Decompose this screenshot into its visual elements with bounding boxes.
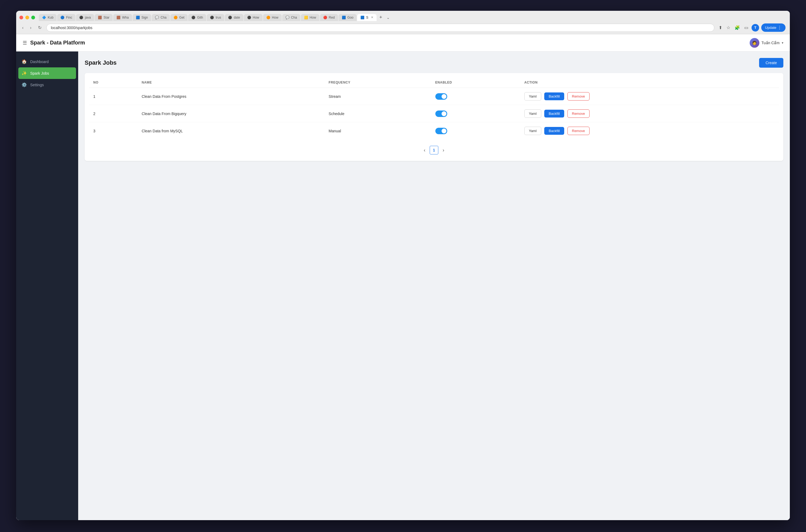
header-left: ☰ Spark - Data Platform xyxy=(23,40,85,46)
tab-overflow-button[interactable]: ⌄ xyxy=(385,14,391,21)
browser-tab-6[interactable]: 🟦 Sign xyxy=(133,14,151,21)
tab-label-14: Cha xyxy=(291,16,297,19)
reload-button[interactable]: ↻ xyxy=(36,24,43,31)
new-tab-button[interactable]: + xyxy=(377,14,385,21)
browser-tab-2[interactable]: 🔵 Finc xyxy=(57,14,75,21)
tab-row: 🔷 Kub 🔵 Finc ⚫ java 🟫 Star 🟫 Wha 🟦 Si xyxy=(16,11,790,21)
table-header-row: No Name FREQUENCY ENABLED Action xyxy=(89,77,779,88)
sidebar-item-spark-jobs[interactable]: ✨ Spark Jobs xyxy=(18,68,76,79)
browser-tab-7[interactable]: 💬 Cha xyxy=(152,14,170,21)
dashboard-icon: 🏠 xyxy=(22,59,27,64)
user-menu[interactable]: 🧑 Tuấn Cẩm ▾ xyxy=(750,38,783,48)
share-icon[interactable]: ⬆ xyxy=(717,24,723,31)
yaml-button-1[interactable]: Yaml xyxy=(524,92,541,100)
tab-icon-3: ⚫ xyxy=(79,16,83,19)
update-label: Update xyxy=(765,25,776,30)
row-3-frequency: Manual xyxy=(324,122,431,139)
tab-label-9: Gith xyxy=(197,16,203,19)
toggle-1[interactable] xyxy=(435,93,447,100)
tab-icon-14: 💬 xyxy=(285,16,289,19)
backfill-button-2[interactable]: Backfill xyxy=(544,110,564,117)
backfill-button-3[interactable]: Backfill xyxy=(544,127,564,135)
row-1-name: Clean Data From Postgres xyxy=(137,88,324,105)
yaml-button-2[interactable]: Yaml xyxy=(524,109,541,118)
tab-label-8: Get xyxy=(179,16,184,19)
toggle-3[interactable] xyxy=(435,128,447,134)
browser-tab-13[interactable]: 🟠 How xyxy=(263,14,282,21)
browser-tab-14[interactable]: 💬 Cha xyxy=(282,14,300,21)
minimize-dot[interactable] xyxy=(25,16,29,19)
remove-button-1[interactable]: Remove xyxy=(567,92,589,100)
page-1-button[interactable]: 1 xyxy=(430,146,438,154)
browser-tab-11[interactable]: ⚫ date xyxy=(225,14,243,21)
toolbar-actions: ⬆ ☆ 🧩 ▭ T Update ⋮ xyxy=(717,23,786,32)
next-page-button[interactable]: › xyxy=(441,146,446,154)
col-name: Name xyxy=(137,77,324,88)
close-dot[interactable] xyxy=(19,16,23,19)
browser-tab-15[interactable]: 🟨 How xyxy=(301,14,319,21)
row-2-no: 2 xyxy=(89,105,137,122)
tab-icon-13: 🟠 xyxy=(266,16,270,19)
browser-tab-5[interactable]: 🟫 Wha xyxy=(113,14,132,21)
row-1-actions: Yaml Backfill Remove xyxy=(520,88,779,105)
prev-page-button[interactable]: ‹ xyxy=(421,146,428,154)
table-row: 2 Clean Data From Bigquery Schedule xyxy=(89,105,779,122)
browser-tab-16[interactable]: 🔴 Red xyxy=(320,14,338,21)
sidebar-toggle-icon[interactable]: ▭ xyxy=(743,24,749,31)
row-1-frequency: Stream xyxy=(324,88,431,105)
maximize-dot[interactable] xyxy=(31,16,35,19)
back-button[interactable]: ‹ xyxy=(20,24,25,31)
toggle-slider-2 xyxy=(435,111,447,117)
browser-tab-9[interactable]: ⚫ Gith xyxy=(188,14,206,21)
browser-tab-1[interactable]: 🔷 Kub xyxy=(39,14,57,21)
browser-tab-12[interactable]: ⚫ How xyxy=(244,14,263,21)
table-row: 3 Clean Data from MySQL Manual xyxy=(89,122,779,139)
tab-label-17: Goo xyxy=(348,16,354,19)
tab-label-4: Star xyxy=(104,16,109,19)
sidebar-label-dashboard: Dashboard xyxy=(30,60,49,64)
backfill-button-1[interactable]: Backfill xyxy=(544,92,564,100)
menu-icon[interactable]: ☰ xyxy=(23,40,27,46)
toggle-slider-3 xyxy=(435,128,447,134)
sidebar-item-dashboard[interactable]: 🏠 Dashboard xyxy=(16,56,78,68)
browser-tab-17[interactable]: 🟦 Goo xyxy=(339,14,357,21)
create-button[interactable]: Create xyxy=(759,58,783,68)
row-1-enabled xyxy=(431,88,520,105)
toggle-2[interactable] xyxy=(435,111,447,117)
yaml-button-3[interactable]: Yaml xyxy=(524,127,541,135)
title-bar: 🔷 Kub 🔵 Finc ⚫ java 🟫 Star 🟫 Wha 🟦 Si xyxy=(16,11,790,34)
browser-tab-10[interactable]: ⚫ trus xyxy=(207,14,224,21)
tab-icon-10: ⚫ xyxy=(210,16,214,19)
browser-tab-8[interactable]: 🟠 Get xyxy=(170,14,188,21)
forward-button[interactable]: › xyxy=(28,24,33,31)
tab-icon-16: 🔴 xyxy=(323,16,327,19)
browser-tab-18[interactable]: 🟦 S ✕ xyxy=(357,14,377,21)
app-title: Spark - Data Platform xyxy=(30,40,85,46)
tab-label-5: Wha xyxy=(122,16,129,19)
remove-button-3[interactable]: Remove xyxy=(567,127,589,135)
update-button[interactable]: Update ⋮ xyxy=(761,23,786,32)
user-chevron-icon: ▾ xyxy=(782,41,783,45)
row-2-enabled xyxy=(431,105,520,122)
browser-tab-4[interactable]: 🟫 Star xyxy=(95,14,113,21)
window-controls xyxy=(19,16,35,19)
profile-avatar[interactable]: T xyxy=(752,24,759,32)
page-header: Spark Jobs Create xyxy=(85,58,783,68)
col-action: Action xyxy=(520,77,779,88)
sidebar-item-settings[interactable]: ⚙️ Settings xyxy=(16,79,78,91)
tab-label-13: How xyxy=(272,16,279,19)
tab-label-18: S xyxy=(366,16,368,19)
tab-close-18[interactable]: ✕ xyxy=(371,16,373,19)
col-no: No xyxy=(89,77,137,88)
bookmark-star-icon[interactable]: ☆ xyxy=(726,24,731,31)
browser-tab-3[interactable]: ⚫ java xyxy=(76,14,94,21)
tab-icon-2: 🔵 xyxy=(60,16,64,19)
remove-button-2[interactable]: Remove xyxy=(567,109,589,118)
address-input[interactable] xyxy=(46,24,714,32)
row-3-name: Clean Data from MySQL xyxy=(137,122,324,139)
tab-label-3: java xyxy=(85,16,91,19)
tab-icon-4: 🟫 xyxy=(98,16,102,19)
extensions-icon[interactable]: 🧩 xyxy=(733,24,741,31)
sidebar: 🏠 Dashboard ✨ Spark Jobs ⚙️ Settings xyxy=(16,52,78,520)
col-enabled: ENABLED xyxy=(431,77,520,88)
